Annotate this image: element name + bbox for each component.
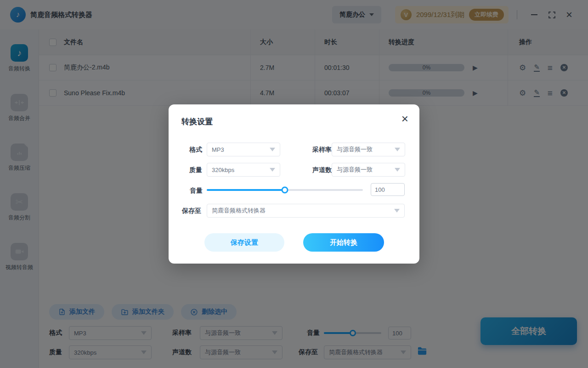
dialog-title: 转换设置 [181, 116, 213, 127]
channels-label: 声道数 [312, 166, 332, 174]
caret-icon [395, 168, 400, 172]
volume-input[interactable] [371, 183, 405, 196]
conversion-settings-dialog: 转换设置 × 格式 MP3 采样率 与源音频一致 质量 320kbps 声道数 … [169, 104, 419, 264]
slider-fill [207, 189, 285, 191]
caret-icon [395, 148, 400, 151]
caret-icon [270, 148, 275, 151]
quality-select[interactable]: 320kbps [207, 163, 280, 177]
app-window: ♪ 简鹿音频格式转换器 简鹿办公 V 2099/12/31到期 立即续费 × ♪… [0, 0, 588, 368]
caret-icon [270, 168, 275, 172]
format-label: 格式 [189, 146, 202, 154]
dialog-close-icon[interactable]: × [401, 113, 408, 125]
sample-rate-select[interactable]: 与源音频一致 [332, 143, 405, 156]
format-select[interactable]: MP3 [207, 143, 280, 156]
quality-label: 质量 [189, 166, 202, 174]
save-settings-button[interactable]: 保存设置 [204, 233, 284, 252]
save-to-select[interactable]: 简鹿音频格式转换器 [207, 204, 405, 218]
caret-icon [394, 209, 400, 213]
start-conversion-button[interactable]: 开始转换 [303, 233, 384, 252]
slider-thumb[interactable] [282, 187, 288, 194]
sample-rate-label: 采样率 [312, 146, 332, 154]
channels-select[interactable]: 与源音频一致 [332, 163, 405, 177]
volume-label: 音量 [190, 187, 203, 195]
save-to-label: 保存至 [182, 207, 201, 215]
volume-slider[interactable] [207, 189, 363, 191]
